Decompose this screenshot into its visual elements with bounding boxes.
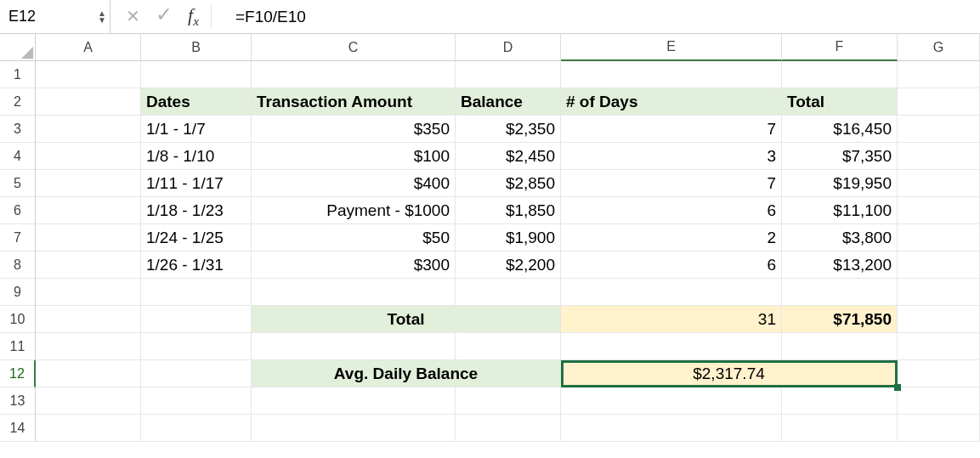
cell-D14[interactable] bbox=[456, 415, 561, 442]
cell-A4[interactable] bbox=[36, 143, 141, 170]
cell-D6[interactable]: $1,850 bbox=[456, 197, 561, 224]
cell-A11[interactable] bbox=[36, 333, 141, 360]
row-header[interactable]: 13 bbox=[0, 387, 36, 415]
header-total[interactable]: Total bbox=[782, 88, 898, 116]
cell-D11[interactable] bbox=[456, 333, 561, 360]
row-header[interactable]: 7 bbox=[0, 224, 36, 252]
header-days[interactable]: # of Days bbox=[561, 88, 782, 116]
row-header[interactable]: 12 bbox=[0, 360, 36, 387]
cell-A14[interactable] bbox=[36, 415, 141, 442]
cell-F8[interactable]: $13,200 bbox=[782, 252, 898, 279]
row-header[interactable]: 10 bbox=[0, 306, 36, 333]
cell-D3[interactable]: $2,350 bbox=[456, 116, 561, 143]
cell-G13[interactable] bbox=[898, 387, 980, 415]
cell-G7[interactable] bbox=[898, 224, 980, 252]
cell-B6[interactable]: 1/18 - 1/23 bbox=[141, 197, 252, 224]
cell-C5[interactable]: $400 bbox=[252, 170, 456, 197]
cell-G5[interactable] bbox=[898, 170, 980, 197]
cell-B7[interactable]: 1/24 - 1/25 bbox=[141, 224, 252, 252]
col-header-F[interactable]: F bbox=[782, 34, 898, 61]
cell-G2[interactable] bbox=[898, 88, 980, 116]
cell-C1[interactable] bbox=[252, 61, 456, 88]
cell-C4[interactable]: $100 bbox=[252, 143, 456, 170]
cell-D7[interactable]: $1,900 bbox=[456, 224, 561, 252]
col-header-G[interactable]: G bbox=[898, 34, 980, 61]
cell-F1[interactable] bbox=[782, 61, 898, 88]
cell-D1[interactable] bbox=[456, 61, 561, 88]
cell-B5[interactable]: 1/11 - 1/17 bbox=[141, 170, 252, 197]
cell-A7[interactable] bbox=[36, 224, 141, 252]
cell-E13[interactable] bbox=[561, 387, 782, 415]
cell-G3[interactable] bbox=[898, 116, 980, 143]
header-dates[interactable]: Dates bbox=[141, 88, 252, 116]
avg-label[interactable]: Avg. Daily Balance bbox=[252, 360, 561, 387]
col-header-E[interactable]: E bbox=[561, 34, 782, 61]
cell-C6[interactable]: Payment - $1000 bbox=[252, 197, 456, 224]
cell-B14[interactable] bbox=[141, 415, 252, 442]
cell-F5[interactable]: $19,950 bbox=[782, 170, 898, 197]
accept-formula-icon[interactable]: ✓ bbox=[156, 3, 173, 26]
cell-C11[interactable] bbox=[252, 333, 456, 360]
cell-D9[interactable] bbox=[456, 279, 561, 306]
cell-A13[interactable] bbox=[36, 387, 141, 415]
fx-icon[interactable]: fx bbox=[188, 4, 212, 29]
cell-E11[interactable] bbox=[561, 333, 782, 360]
row-header[interactable]: 1 bbox=[0, 61, 36, 88]
cell-F11[interactable] bbox=[782, 333, 898, 360]
col-header-D[interactable]: D bbox=[456, 34, 561, 61]
formula-input[interactable] bbox=[227, 0, 980, 33]
cell-G1[interactable] bbox=[898, 61, 980, 88]
row-header[interactable]: 11 bbox=[0, 333, 36, 360]
cell-G6[interactable] bbox=[898, 197, 980, 224]
spinner-down-icon[interactable]: ▼ bbox=[98, 17, 106, 24]
cell-E8[interactable]: 6 bbox=[561, 252, 782, 279]
row-header[interactable]: 14 bbox=[0, 415, 36, 442]
cell-C8[interactable]: $300 bbox=[252, 252, 456, 279]
row-header[interactable]: 4 bbox=[0, 143, 36, 170]
cell-A10[interactable] bbox=[36, 306, 141, 333]
cell-C14[interactable] bbox=[252, 415, 456, 442]
cell-C13[interactable] bbox=[252, 387, 456, 415]
fill-handle[interactable] bbox=[894, 384, 901, 391]
cell-B12[interactable] bbox=[141, 360, 252, 387]
cell-B1[interactable] bbox=[141, 61, 252, 88]
row-header[interactable]: 2 bbox=[0, 88, 36, 116]
total-days[interactable]: 31 bbox=[561, 306, 782, 333]
cell-F7[interactable]: $3,800 bbox=[782, 224, 898, 252]
cell-C3[interactable]: $350 bbox=[252, 116, 456, 143]
cell-F14[interactable] bbox=[782, 415, 898, 442]
cell-D13[interactable] bbox=[456, 387, 561, 415]
cell-A8[interactable] bbox=[36, 252, 141, 279]
cell-D8[interactable]: $2,200 bbox=[456, 252, 561, 279]
row-header[interactable]: 3 bbox=[0, 116, 36, 143]
row-header[interactable]: 6 bbox=[0, 197, 36, 224]
cell-E14[interactable] bbox=[561, 415, 782, 442]
cell-B11[interactable] bbox=[141, 333, 252, 360]
cell-G4[interactable] bbox=[898, 143, 980, 170]
cell-B13[interactable] bbox=[141, 387, 252, 415]
cell-G14[interactable] bbox=[898, 415, 980, 442]
cell-E9[interactable] bbox=[561, 279, 782, 306]
col-header-C[interactable]: C bbox=[252, 34, 456, 61]
cell-B9[interactable] bbox=[141, 279, 252, 306]
select-all-corner[interactable] bbox=[0, 34, 36, 61]
cell-A9[interactable] bbox=[36, 279, 141, 306]
cell-A5[interactable] bbox=[36, 170, 141, 197]
cell-E4[interactable]: 3 bbox=[561, 143, 782, 170]
cell-F13[interactable] bbox=[782, 387, 898, 415]
cell-E5[interactable]: 7 bbox=[561, 170, 782, 197]
cell-A6[interactable] bbox=[36, 197, 141, 224]
cell-E3[interactable]: 7 bbox=[561, 116, 782, 143]
cell-G9[interactable] bbox=[898, 279, 980, 306]
spreadsheet-grid[interactable]: A B C D E F G 1 2 Dates Transaction Amou… bbox=[0, 34, 980, 442]
selection-E12-F12[interactable]: $2,317.74 bbox=[561, 360, 898, 387]
name-box-spinner[interactable]: ▲ ▼ bbox=[98, 10, 106, 24]
row-header[interactable]: 9 bbox=[0, 279, 36, 306]
cell-A2[interactable] bbox=[36, 88, 141, 116]
cell-E6[interactable]: 6 bbox=[561, 197, 782, 224]
cell-F9[interactable] bbox=[782, 279, 898, 306]
cell-G10[interactable] bbox=[898, 306, 980, 333]
cell-C9[interactable] bbox=[252, 279, 456, 306]
cell-D5[interactable]: $2,850 bbox=[456, 170, 561, 197]
cell-G11[interactable] bbox=[898, 333, 980, 360]
